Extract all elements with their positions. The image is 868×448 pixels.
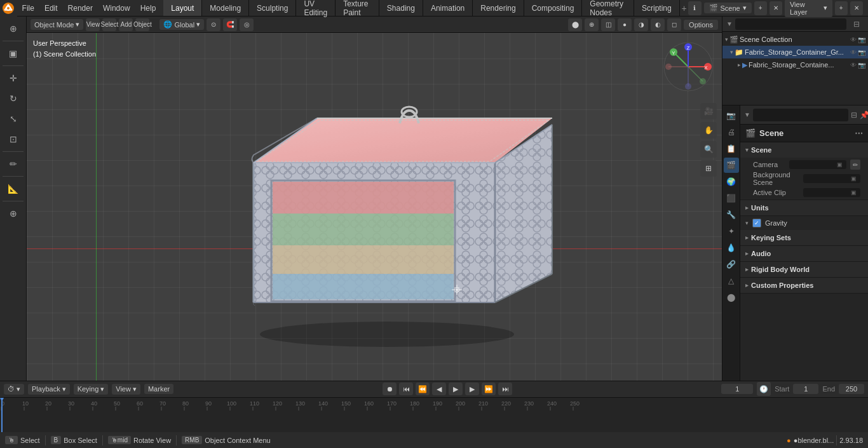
toolbar-transform[interactable]: ⊡ <box>3 130 24 149</box>
outliner-render-2[interactable]: 📷 <box>858 49 865 56</box>
camera-value[interactable]: ▣ <box>789 160 846 169</box>
outliner-eye-1[interactable]: 👁 <box>850 36 857 43</box>
tab-animation[interactable]: Animation <box>423 0 473 16</box>
tab-modeling[interactable]: Modeling <box>202 0 249 16</box>
jump-start-btn[interactable]: ⏮ <box>399 383 413 395</box>
step-fwd-btn[interactable]: ⏩ <box>482 383 496 395</box>
props-modifier-icon[interactable]: 🔧 <box>724 207 739 222</box>
props-material-icon[interactable]: ⬤ <box>724 290 739 305</box>
props-filter-input[interactable] <box>753 109 848 121</box>
props-filter-btn[interactable]: ⊟ <box>851 107 857 123</box>
tab-texture-paint[interactable]: Texture Paint <box>336 0 379 16</box>
scene-selector[interactable]: 🎬 Scene ▾ <box>704 3 752 13</box>
transform-pivot-btn[interactable]: ⊙ <box>207 18 220 31</box>
tab-compositing[interactable]: Compositing <box>524 0 583 16</box>
toolbar-scale[interactable]: ⤡ <box>3 109 24 128</box>
toolbar-annotate[interactable]: ✏ <box>3 154 24 173</box>
props-object-data-icon[interactable]: △ <box>724 273 739 288</box>
viewport-scene[interactable]: User Perspective (1) Scene Collection X <box>27 33 722 381</box>
proportional-btn[interactable]: ◎ <box>240 18 254 31</box>
props-world-icon[interactable]: 🌍 <box>724 174 739 189</box>
props-output-icon[interactable]: 🖨 <box>724 125 739 140</box>
props-options-icon[interactable]: ⋯ <box>855 128 863 138</box>
snap-btn[interactable]: 🧲 <box>223 18 237 31</box>
tab-sculpting[interactable]: Sculpting <box>249 0 296 16</box>
viewport-solid-mode[interactable]: ● <box>618 18 632 31</box>
bg-scene-value[interactable]: ▣ <box>803 174 860 183</box>
jump-end-btn[interactable]: ⏭ <box>498 383 512 395</box>
viewport-view-btn[interactable]: View <box>86 18 100 31</box>
pan-btn[interactable]: ✋ <box>700 122 717 139</box>
tab-layout[interactable]: Layout <box>163 0 202 16</box>
prop-section-custom-header[interactable]: ▸ Custom Properties <box>740 278 868 293</box>
timeline-ruler[interactable]: 0 10 20 30 40 50 60 70 8 <box>0 398 868 431</box>
toolbar-rotate[interactable]: ↻ <box>3 89 24 108</box>
view-layer-new-icon[interactable]: + <box>835 1 848 15</box>
outliner-scene-collection[interactable]: ▾ 🎬 Scene Collection 👁 📷 <box>722 33 868 46</box>
camera-edit-icon[interactable]: ✏ <box>850 160 860 170</box>
view-layer-selector[interactable]: View Layer ▾ <box>785 0 832 17</box>
timeline-playback-dropdown[interactable]: Playback ▾ <box>28 384 70 395</box>
scene-close-icon[interactable]: ✕ <box>770 1 782 15</box>
step-frame-back-btn[interactable]: ◀ <box>432 383 446 395</box>
props-constraints-icon[interactable]: 🔗 <box>724 257 739 272</box>
menu-help[interactable]: Help <box>135 0 161 16</box>
props-view-layer-icon[interactable]: 📋 <box>724 141 739 156</box>
clock-icon[interactable]: 🕐 <box>757 382 771 396</box>
timeline-mode-dropdown[interactable]: ⏱ ▾ <box>4 384 24 395</box>
viewport-add-btn[interactable]: Add <box>119 18 133 31</box>
outliner-item-0[interactable]: ▾ 📁 Fabric_Storage_Container_Gr... 👁 📷 <box>722 46 868 58</box>
menu-file[interactable]: File <box>17 0 39 16</box>
active-clip-value[interactable]: ▣ <box>803 188 860 197</box>
viewport-rendered-mode[interactable]: ◐ <box>651 18 665 31</box>
viewport-gizmo[interactable]: X Y Z <box>660 38 717 95</box>
step-back-btn[interactable]: ⏪ <box>416 383 430 395</box>
end-frame-value[interactable]: 250 <box>839 384 864 394</box>
timeline-marker-dropdown[interactable]: Marker <box>144 384 173 394</box>
transform-dropdown[interactable]: 🌐 Global ▾ <box>159 19 204 30</box>
viewport-container[interactable]: Object Mode ▾ View Select Add Object 🌐 G… <box>27 17 722 381</box>
step-frame-fwd-btn[interactable]: ▶ <box>465 383 479 395</box>
add-tab-button[interactable]: + <box>680 1 689 15</box>
viewport-xray-btn[interactable]: ◫ <box>601 18 615 31</box>
viewport-select-btn[interactable]: Select <box>102 18 116 31</box>
outliner-render-1[interactable]: 📷 <box>858 36 865 43</box>
toolbar-add-cube[interactable]: ⊕ <box>3 204 24 223</box>
menu-window[interactable]: Window <box>98 0 135 16</box>
outliner-item-1[interactable]: ▸ ▶ Fabric_Storage_Containe... 👁 📷 <box>722 58 868 71</box>
start-frame-value[interactable]: 1 <box>793 384 818 394</box>
timeline-view-dropdown[interactable]: View ▾ <box>112 384 140 395</box>
current-frame-input[interactable]: 1 <box>721 384 753 394</box>
toolbar-move[interactable]: ✛ <box>3 69 24 88</box>
outliner-search-input[interactable] <box>735 18 846 30</box>
view-layer-close-icon[interactable]: ✕ <box>850 1 863 15</box>
prop-section-keying-header[interactable]: ▸ Keying Sets <box>740 230 868 245</box>
play-btn[interactable]: ▶ <box>449 383 463 395</box>
props-render-icon[interactable]: 📷 <box>724 108 739 123</box>
viewport-overlay-btn[interactable]: ⊕ <box>585 18 599 31</box>
prop-section-scene-header[interactable]: ▾ Scene <box>740 142 868 158</box>
object-mode-dropdown[interactable]: Object Mode ▾ <box>31 19 83 30</box>
thumbnail-btn[interactable]: ⊞ <box>700 160 717 177</box>
zoom-btn[interactable]: 🔍 <box>700 141 717 158</box>
tab-shading[interactable]: Shading <box>379 0 423 16</box>
props-pin-btn[interactable]: 📌 <box>860 107 868 123</box>
record-btn[interactable]: ⏺ <box>383 383 397 395</box>
prop-section-units-header[interactable]: ▸ Units <box>740 200 868 215</box>
prop-section-audio-header[interactable]: ▸ Audio <box>740 246 868 261</box>
tab-geometry-nodes[interactable]: Geometry Nodes <box>582 0 634 16</box>
viewport-options-btn[interactable]: Options <box>684 20 718 30</box>
outliner-render-3[interactable]: 📷 <box>858 62 865 69</box>
tab-uv-editing[interactable]: UV Editing <box>296 0 336 16</box>
tab-rendering[interactable]: Rendering <box>473 0 524 16</box>
prop-section-rigid-header[interactable]: ▸ Rigid Body World <box>740 262 868 277</box>
viewport-wireframe-mode[interactable]: ◻ <box>667 18 681 31</box>
outliner-eye-2[interactable]: 👁 <box>850 49 857 56</box>
menu-render[interactable]: Render <box>63 0 98 16</box>
toolbar-measure[interactable]: 📐 <box>3 179 24 198</box>
gravity-checkbox[interactable] <box>752 219 761 227</box>
props-scene-icon[interactable]: 🎬 <box>724 158 739 173</box>
viewport-shading-btn[interactable]: ⬤ <box>568 18 582 31</box>
outliner-eye-3[interactable]: 👁 <box>850 62 857 69</box>
menu-edit[interactable]: Edit <box>39 0 63 16</box>
